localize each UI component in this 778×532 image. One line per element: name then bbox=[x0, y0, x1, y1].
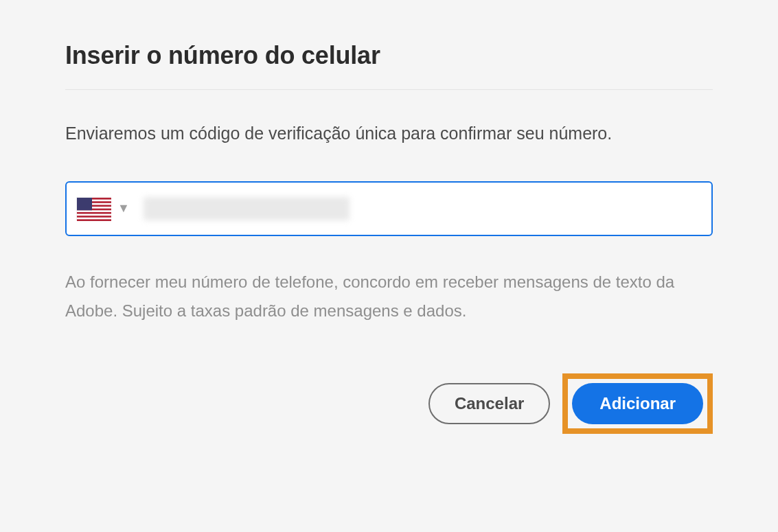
chevron-down-icon: ▼ bbox=[117, 201, 130, 216]
svg-rect-8 bbox=[77, 198, 92, 210]
dialog-description: Enviaremos um código de verificação únic… bbox=[65, 120, 713, 147]
svg-rect-7 bbox=[77, 219, 111, 221]
dialog-button-row: Cancelar Adicionar bbox=[65, 373, 713, 434]
divider bbox=[65, 89, 713, 90]
phone-number-value bbox=[144, 197, 350, 220]
phone-input[interactable]: ▼ bbox=[65, 181, 713, 236]
add-button[interactable]: Adicionar bbox=[572, 383, 703, 424]
country-code-selector[interactable]: ▼ bbox=[76, 197, 137, 220]
phone-entry-dialog: Inserir o número do celular Enviaremos u… bbox=[65, 41, 713, 434]
svg-rect-5 bbox=[77, 212, 111, 214]
dialog-title: Inserir o número do celular bbox=[65, 41, 713, 70]
flag-us-icon bbox=[76, 197, 111, 220]
highlight-box: Adicionar bbox=[562, 373, 713, 434]
disclaimer-text: Ao fornecer meu número de telefone, conc… bbox=[65, 268, 713, 325]
cancel-button[interactable]: Cancelar bbox=[428, 383, 550, 424]
svg-rect-6 bbox=[77, 216, 111, 218]
